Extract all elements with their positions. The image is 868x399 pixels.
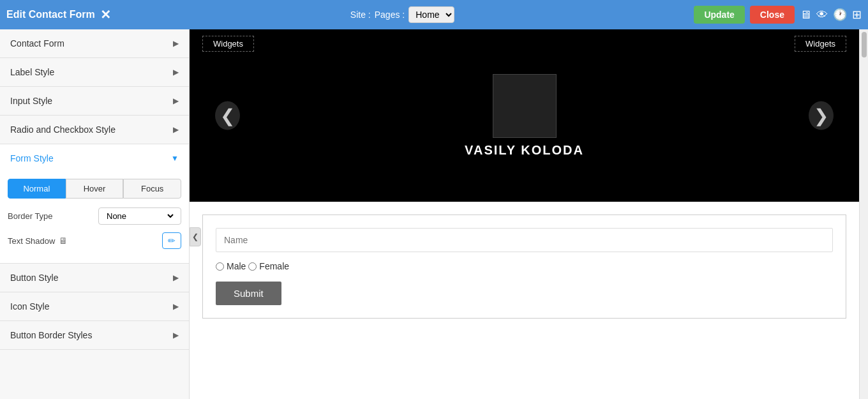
topbar: Edit Contact Form ✕ Site : Pages : Home … <box>0 0 868 29</box>
text-shadow-label: Text Shadow 🖥 <box>8 236 68 246</box>
name-input[interactable] <box>216 228 833 252</box>
male-radio[interactable] <box>216 262 224 271</box>
carousel-next-button[interactable]: ❯ <box>809 102 834 130</box>
input-style-chevron: ▶ <box>173 96 179 105</box>
form-style-label: Form Style <box>10 153 54 163</box>
sidebar-section-icon-style-header[interactable]: Icon Style ▶ <box>0 292 189 320</box>
contact-form-area: Male Female Submit <box>202 215 846 319</box>
widgets-label-right: Widgets <box>795 36 846 52</box>
sidebar-section-icon-style: Icon Style ▶ <box>0 292 189 321</box>
widgets-label-left: Widgets <box>202 36 254 52</box>
text-shadow-row: Text Shadow 🖥 ✏ <box>8 232 181 249</box>
carousel-prev-button[interactable]: ❮ <box>215 102 240 130</box>
button-style-chevron: ▶ <box>173 273 179 282</box>
sidebar-section-button-style-header[interactable]: Button Style ▶ <box>0 264 189 292</box>
radio-checkbox-label: Radio and Checkbox Style <box>10 124 116 135</box>
scroll-thumb <box>862 32 867 57</box>
sidebar-section-button-border: Button Border Styles ▶ <box>0 321 189 350</box>
male-label: Male <box>227 261 246 271</box>
topbar-close-button[interactable]: ✕ <box>100 7 111 22</box>
form-style-content: Normal Hover Focus Border Type None Soli… <box>0 172 189 263</box>
button-border-label: Button Border Styles <box>10 330 92 340</box>
button-border-chevron: ▶ <box>173 331 179 340</box>
sidebar-section-label-style: Label Style ▶ <box>0 58 189 87</box>
radio-group: Male Female <box>216 261 833 271</box>
right-scrollbar <box>859 29 868 399</box>
border-type-select-wrapper: None Solid Dashed Dotted Double <box>98 207 181 225</box>
input-style-label: Input Style <box>10 96 52 106</box>
icon-style-chevron: ▶ <box>173 302 179 311</box>
female-label: Female <box>259 261 289 271</box>
button-style-label: Button Style <box>10 273 59 283</box>
sidebar-section-radio-checkbox-header[interactable]: Radio and Checkbox Style ▶ <box>0 116 189 144</box>
female-radio[interactable] <box>248 262 257 271</box>
tab-normal[interactable]: Normal <box>8 179 66 199</box>
topbar-center: Site : Pages : Home <box>350 6 454 23</box>
sidebar-section-radio-checkbox: Radio and Checkbox Style ▶ <box>0 116 189 144</box>
label-style-chevron: ▶ <box>173 68 179 77</box>
canvas-area: ❮ Widgets Widgets ❮ ❯ VASILY KOLODA Male… <box>190 29 859 399</box>
topbar-left: Edit Contact Form ✕ <box>6 7 111 22</box>
carousel-content: VASILY KOLODA <box>465 74 584 158</box>
border-type-row: Border Type None Solid Dashed Dotted Dou… <box>8 207 181 225</box>
sidebar: Contact Form ▶ Label Style ▶ Input Style… <box>0 29 190 399</box>
structure-icon[interactable]: ⊞ <box>852 8 862 22</box>
sidebar-section-input-style-header[interactable]: Input Style ▶ <box>0 87 189 115</box>
topbar-right: Update Close 🖥 👁 🕐 ⊞ <box>694 6 862 24</box>
carousel-image <box>493 74 557 138</box>
tab-focus[interactable]: Focus <box>123 179 181 199</box>
sidebar-section-label-style-header[interactable]: Label Style ▶ <box>0 58 189 86</box>
sidebar-section-contact-form-header[interactable]: Contact Form ▶ <box>0 29 189 57</box>
carousel-area: Widgets Widgets ❮ ❯ VASILY KOLODA <box>190 29 859 202</box>
main-layout: Contact Form ▶ Label Style ▶ Input Style… <box>0 29 868 399</box>
collapse-handle[interactable]: ❮ <box>190 227 201 246</box>
sidebar-section-form-style: Form Style ▼ Normal Hover Focus Border T… <box>0 144 189 264</box>
carousel-name: VASILY KOLODA <box>465 143 584 158</box>
contact-form-chevron: ▶ <box>173 39 179 48</box>
desktop-icon[interactable]: 🖥 <box>800 8 811 22</box>
text-shadow-pencil-button[interactable]: ✏ <box>162 232 181 249</box>
label-style-label: Label Style <box>10 67 54 77</box>
tab-hover[interactable]: Hover <box>66 179 124 199</box>
pages-select[interactable]: Home <box>408 6 454 23</box>
history-icon[interactable]: 🕐 <box>833 8 847 22</box>
close-button[interactable]: Close <box>750 6 795 24</box>
sidebar-section-contact-form: Contact Form ▶ <box>0 29 189 58</box>
monitor-icon: 🖥 <box>59 236 68 246</box>
state-tabs: Normal Hover Focus <box>8 179 181 199</box>
eye-icon[interactable]: 👁 <box>816 8 828 22</box>
contact-form-label: Contact Form <box>10 38 64 49</box>
pages-label: Pages : <box>375 10 405 20</box>
sidebar-section-button-style: Button Style ▶ <box>0 264 189 292</box>
icon-style-label: Icon Style <box>10 301 49 312</box>
sidebar-section-form-style-header[interactable]: Form Style ▼ <box>0 144 189 172</box>
border-type-select[interactable]: None Solid Dashed Dotted Double <box>104 211 176 222</box>
radio-checkbox-chevron: ▶ <box>173 125 179 134</box>
submit-button[interactable]: Submit <box>216 282 281 305</box>
site-label: Site : <box>350 10 371 20</box>
sidebar-section-input-style: Input Style ▶ <box>0 87 189 116</box>
update-button[interactable]: Update <box>694 6 744 24</box>
form-style-chevron: ▼ <box>171 154 179 163</box>
editor-title: Edit Contact Form <box>6 9 95 20</box>
sidebar-section-button-border-header[interactable]: Button Border Styles ▶ <box>0 321 189 349</box>
border-type-label: Border Type <box>8 211 53 221</box>
